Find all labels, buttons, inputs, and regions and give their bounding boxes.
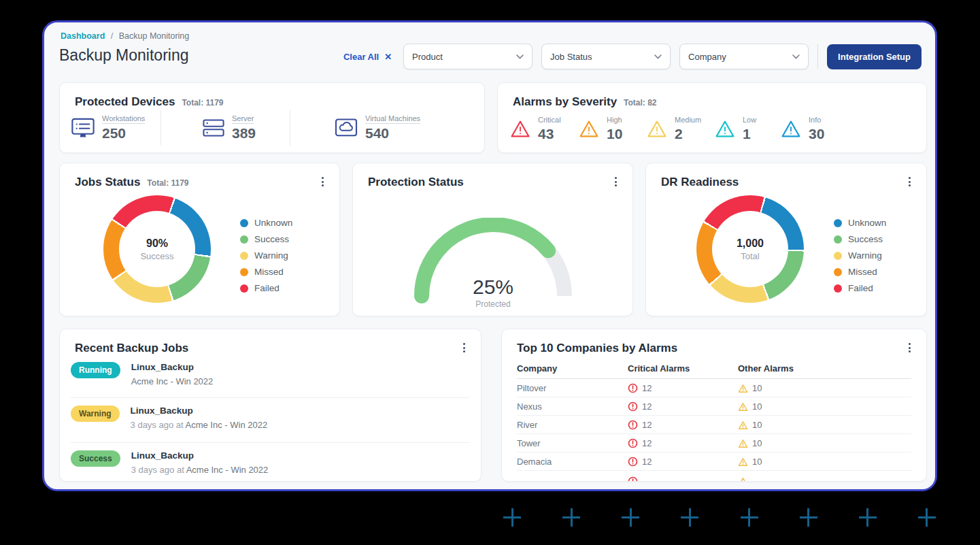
plus-icon <box>918 508 936 527</box>
recent-backup-jobs-card: Recent Backup Jobs Running Linux_Backup … <box>59 329 481 482</box>
stat-critical: Critical 43 <box>509 116 561 142</box>
alarm-label: Medium <box>675 116 701 125</box>
kebab-menu-icon[interactable] <box>905 343 914 352</box>
alarm-label: Critical <box>538 116 561 125</box>
close-icon: ✕ <box>384 52 392 62</box>
column-critical-alarms: Critical Alarms <box>628 363 738 374</box>
job-name: Linux_Backup <box>131 406 268 416</box>
jobs-status-donut-chart: 90% Success <box>103 195 211 303</box>
table-row-partial <box>517 476 911 482</box>
critical-alarm-icon <box>628 383 638 393</box>
critical-alarm-icon <box>628 476 638 482</box>
breadcrumb-current: Backup Monitoring <box>119 31 190 41</box>
job-row[interactable]: Running Linux_Backup Acme Inc - Win 2022 <box>71 362 470 386</box>
plus-icon <box>562 508 580 527</box>
protection-status-card: Protection Status 25% Protected <box>352 163 633 316</box>
filter-bar: Clear All ✕ Product Job Status Company I… <box>343 44 922 69</box>
job-status-dropdown-label: Job Status <box>550 52 592 62</box>
legend-item: Warning <box>240 250 292 261</box>
protected-devices-card: Protected Devices Total: 1179 Workstatio… <box>59 82 485 153</box>
kebab-menu-icon[interactable] <box>905 177 914 186</box>
company-dropdown[interactable]: Company <box>679 44 809 69</box>
job-time: 3 days ago at <box>131 420 186 430</box>
legend-label: Missed <box>848 267 877 277</box>
table-divider <box>517 470 911 471</box>
filter-divider <box>817 44 818 69</box>
critical-count: 12 <box>642 438 652 448</box>
legend-label: Warning <box>848 250 882 261</box>
table-row[interactable]: River 12 10 <box>517 419 911 431</box>
kebab-menu-icon[interactable] <box>611 177 620 186</box>
other-alarm-icon <box>738 384 748 393</box>
chevron-down-icon <box>654 54 662 59</box>
virtual-machines-icon <box>334 118 358 138</box>
table-row[interactable]: Piltover 12 10 <box>517 382 911 394</box>
table-divider <box>517 378 911 379</box>
status-badge: Success <box>71 450 120 467</box>
table-divider <box>517 415 911 416</box>
legend-item: Failed <box>240 283 292 293</box>
other-alarm-icon <box>738 402 748 412</box>
card-total: Total: 82 <box>624 98 656 108</box>
donut-center-value: 90% <box>146 237 168 250</box>
legend-dot <box>834 252 842 260</box>
plus-icon <box>681 508 698 527</box>
clear-all-button[interactable]: Clear All ✕ <box>343 52 392 62</box>
table-row[interactable]: Demacia 12 10 <box>517 456 911 467</box>
stat-low: Low 1 <box>714 116 756 142</box>
other-count: 10 <box>752 457 762 467</box>
donut-center-label: Total <box>741 251 759 261</box>
breadcrumb-separator: / <box>111 31 113 41</box>
top-companies-card: Top 10 Companies by Alarms Company Criti… <box>501 329 927 482</box>
stat-value: 389 <box>232 125 256 142</box>
workstation-icon <box>71 118 95 138</box>
job-row[interactable]: Success Linux_Backup 3 days ago at Acme … <box>71 450 470 475</box>
company-cell: Tower <box>517 438 628 448</box>
dr-readiness-donut-chart: 1,000 Total <box>696 195 804 303</box>
card-title: Protected Devices <box>75 95 175 109</box>
other-alarm-icon <box>738 420 748 430</box>
table-divider <box>517 433 911 434</box>
other-alarm-icon <box>738 439 748 448</box>
row-divider <box>71 397 470 398</box>
dr-readiness-card: DR Readiness 1,000 Total Unknown Success… <box>645 163 927 316</box>
table-row[interactable]: Nexus 12 10 <box>517 401 911 412</box>
decorative-plus-row <box>503 508 936 527</box>
legend-item: Unknown <box>240 218 292 228</box>
legend-dot <box>240 235 248 244</box>
jobs-status-legend: Unknown Success Warning Missed Failed <box>240 218 292 293</box>
job-target: Acme Inc - Win 2022 <box>186 465 269 475</box>
product-dropdown[interactable]: Product <box>403 44 533 69</box>
job-row[interactable]: Warning Linux_Backup 3 days ago at Acme … <box>71 406 470 430</box>
stat-divider <box>290 110 290 146</box>
card-total: Total: 1179 <box>182 98 223 108</box>
job-status-dropdown[interactable]: Job Status <box>541 44 671 69</box>
table-divider <box>517 452 911 452</box>
legend-dot <box>240 219 248 227</box>
column-other-alarms: Other Alarms <box>738 363 794 374</box>
table-row[interactable]: Tower 12 10 <box>517 437 911 449</box>
alarm-triangle-icon <box>578 119 600 139</box>
critical-alarm-icon <box>628 420 638 430</box>
legend-label: Failed <box>848 283 873 293</box>
kebab-menu-icon[interactable] <box>318 177 327 186</box>
other-count: 10 <box>752 383 762 393</box>
kebab-menu-icon[interactable] <box>459 343 469 352</box>
legend-label: Unknown <box>254 218 292 228</box>
legend-label: Success <box>848 234 883 244</box>
integration-setup-button[interactable]: Integration Setup <box>827 44 922 69</box>
breadcrumb-link-dashboard[interactable]: Dashboard <box>61 31 105 41</box>
status-badge: Running <box>71 362 120 378</box>
status-badge: Warning <box>71 406 120 422</box>
stat-value: 540 <box>365 125 420 142</box>
legend-label: Failed <box>254 283 280 293</box>
legend-item: Missed <box>834 267 886 277</box>
critical-alarm-icon <box>628 401 638 412</box>
other-count: 10 <box>752 420 762 430</box>
other-count: 10 <box>752 401 762 412</box>
alarm-label: Info <box>809 116 821 125</box>
legend-dot <box>834 219 842 227</box>
jobs-status-card: Jobs Status Total: 1179 90% Success Unkn… <box>59 163 340 316</box>
legend-item: Success <box>240 234 292 244</box>
plus-icon <box>859 508 877 527</box>
